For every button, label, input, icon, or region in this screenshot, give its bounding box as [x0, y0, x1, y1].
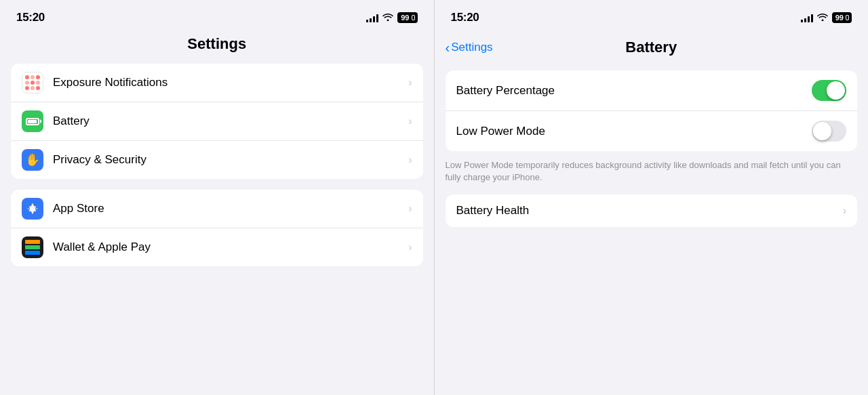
battery-detail-panel: 15:20 99 ‹ Settings Battery [435, 0, 869, 395]
exposure-dots [25, 75, 40, 90]
wallet-cards-icon [24, 238, 41, 257]
toggle-thumb [827, 81, 845, 100]
battery-status-right: 99 [832, 12, 852, 23]
battery-label: Battery [53, 115, 408, 128]
battery-fill [28, 120, 37, 123]
status-bar-left: 15:20 99 [0, 0, 434, 33]
privacy-label: Privacy & Security [53, 153, 408, 167]
wifi-icon-right [817, 13, 828, 23]
chevron-icon: › [408, 115, 412, 127]
battery-percentage-item: Battery Percentage [446, 70, 858, 111]
back-label: Settings [451, 41, 492, 54]
status-icons-left: 99 [366, 12, 417, 23]
appstore-svg: A [26, 202, 39, 215]
wifi-icon [382, 13, 393, 23]
toggle-thumb-2 [813, 122, 831, 140]
battery-health-item[interactable]: Battery Health › [446, 194, 858, 227]
appstore-icon: A [22, 198, 43, 220]
time-right: 15:20 [451, 11, 479, 24]
status-bar-right: 15:20 99 [435, 0, 869, 33]
back-button[interactable]: ‹ Settings [446, 40, 493, 56]
chevron-icon: › [408, 77, 412, 89]
detail-nav: ‹ Settings Battery [435, 33, 869, 70]
battery-icon-inner [26, 118, 39, 125]
battery-percentage-label: Battery Percentage [456, 84, 812, 98]
signal-icon-right [801, 13, 813, 22]
privacy-icon: ✋ [22, 149, 43, 171]
chevron-icon: › [408, 154, 412, 166]
settings-group-2: A App Store › Wallet & Apple Pay › [11, 190, 423, 266]
settings-item-exposure[interactable]: Exposure Notifications › [11, 64, 423, 102]
wallet-icon [22, 236, 43, 258]
battery-page-title: Battery [625, 39, 677, 56]
battery-health-chevron: › [843, 205, 846, 217]
low-power-description: Low Power Mode temporarily reduces backg… [435, 157, 869, 192]
exposure-label: Exposure Notifications [53, 76, 408, 89]
battery-status-left: 99 [397, 12, 417, 23]
settings-group-1: Exposure Notifications › Battery › ✋ Pri… [11, 64, 423, 179]
battery-toggle-group: Battery Percentage Low Power Mode [446, 70, 858, 151]
wallet-label: Wallet & Apple Pay [53, 241, 408, 254]
battery-health-group: Battery Health › [446, 194, 858, 227]
chevron-icon: › [408, 203, 412, 215]
settings-item-privacy[interactable]: ✋ Privacy & Security › [11, 141, 423, 179]
signal-icon [366, 13, 378, 22]
settings-title: Settings [0, 33, 434, 64]
chevron-icon: › [408, 241, 412, 253]
status-icons-right: 99 [801, 12, 852, 23]
settings-item-appstore[interactable]: A App Store › [11, 190, 423, 228]
low-power-mode-label: Low Power Mode [456, 125, 812, 138]
hand-icon: ✋ [25, 152, 40, 167]
back-chevron-icon: ‹ [446, 40, 450, 56]
battery-health-label: Battery Health [456, 204, 843, 217]
exposure-icon [22, 72, 43, 93]
low-power-mode-toggle[interactable] [812, 121, 846, 142]
settings-panel: 15:20 99 Settings [0, 0, 434, 395]
appstore-label: App Store [53, 202, 408, 215]
svg-text:A: A [29, 203, 36, 213]
battery-icon [22, 110, 43, 132]
settings-item-battery[interactable]: Battery › [11, 102, 423, 141]
battery-percentage-toggle[interactable] [812, 80, 846, 101]
time-left: 15:20 [16, 11, 45, 24]
low-power-mode-item: Low Power Mode [446, 111, 858, 151]
settings-item-wallet[interactable]: Wallet & Apple Pay › [11, 228, 423, 266]
